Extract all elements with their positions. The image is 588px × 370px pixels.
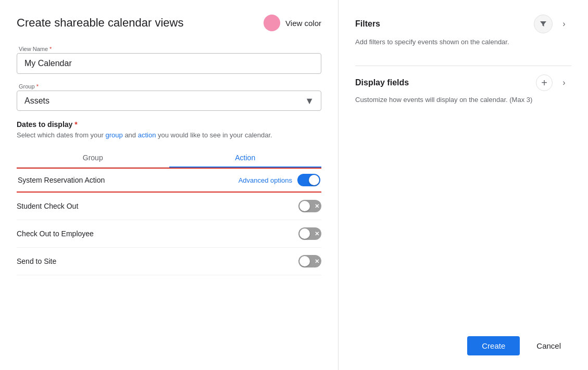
cancel-button[interactable]: Cancel [526,336,571,355]
view-name-label: View Name * [17,46,321,52]
right-panel: Filters › Add filters to specify events … [339,0,588,370]
color-circle[interactable] [264,15,280,31]
dates-section-subtitle: Select which dates from your group and a… [17,131,321,140]
toggle-send-site[interactable]: ✕ [298,255,321,267]
display-fields-header: Display fields + › [355,74,571,91]
group-field-group: Group * Assets Students Employees ▼ [17,83,321,111]
add-display-field-button[interactable]: + [536,74,553,91]
action-row-right: ✕ [298,200,321,212]
filters-desc: Add filters to specify events shown on t… [355,37,571,47]
filter-icon [540,20,547,28]
view-name-input[interactable] [17,53,321,74]
table-row: Check Out to Employee ✕ [17,220,321,248]
action-row-right: ✕ [298,227,321,240]
tab-action[interactable]: Action [169,148,322,167]
filters-section: Filters › Add filters to specify events … [355,15,571,47]
group-select-wrapper: Assets Students Employees ▼ [17,91,321,111]
action-row-right: ✕ [298,255,321,267]
action-row-right: Advanced options [239,174,320,186]
toggle-student-checkout[interactable]: ✕ [298,200,321,212]
page-title: Create shareable calendar views [17,16,264,30]
display-fields-desc: Customize how events will display on the… [355,95,571,105]
close-icon: ✕ [315,203,319,210]
display-fields-title: Display fields [355,78,536,87]
advanced-options-label[interactable]: Advanced options [239,176,292,184]
view-color-container[interactable]: View color [264,15,321,31]
action-row-label: Student Check Out [17,202,298,210]
section-divider [355,66,571,66]
filter-icon-button[interactable] [534,15,553,33]
close-icon: ✕ [315,258,319,265]
left-panel: Create shareable calendar views View col… [0,0,339,370]
filters-chevron-icon[interactable]: › [557,17,571,31]
close-icon: ✕ [315,231,319,237]
dates-section-title: Dates to display * [17,120,321,129]
toggle-checkout-employee[interactable]: ✕ [298,227,321,240]
action-list: System Reservation Action Advanced optio… [17,168,321,355]
page-header: Create shareable calendar views View col… [17,15,321,31]
group-select[interactable]: Assets Students Employees [17,91,321,111]
view-color-label: View color [285,19,321,28]
tab-group[interactable]: Group [17,148,169,167]
action-row-label: Check Out to Employee [17,229,298,238]
create-button[interactable]: Create [467,336,520,355]
filters-header: Filters › [355,15,571,33]
toggle-system-reservation[interactable] [297,174,320,186]
table-row: Send to Site ✕ [17,248,321,275]
display-fields-section: Display fields + › Customize how events … [355,74,571,105]
bottom-buttons: Create Cancel [355,326,571,355]
table-row: System Reservation Action Advanced optio… [17,168,321,193]
group-label: Group * [17,83,321,90]
action-row-label: Send to Site [17,257,298,265]
filters-title: Filters [355,19,534,29]
action-row-label: System Reservation Action [18,176,239,184]
view-name-field-group: View Name * [17,46,321,74]
tabs-container: Group Action [17,148,321,168]
display-fields-chevron-icon[interactable]: › [557,75,571,90]
table-row: Student Check Out ✕ [17,193,321,220]
